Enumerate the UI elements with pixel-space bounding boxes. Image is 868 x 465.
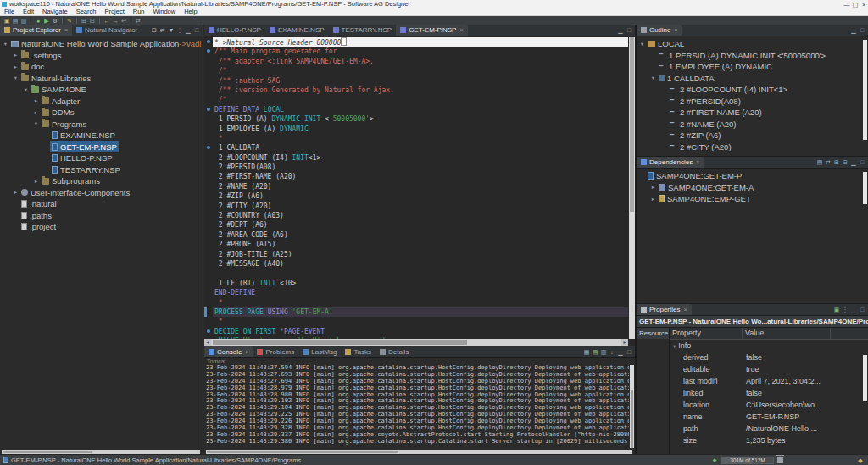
menu-file[interactable]: File — [0, 8, 19, 15]
expander-icon[interactable]: ▸ — [12, 52, 19, 58]
link-with-editor-icon[interactable]: ⇄ — [134, 17, 142, 25]
tree-item[interactable]: ▸SAMP4ONE:GET-EM-A — [637, 182, 866, 194]
code-line[interactable]: 2 #ZIP (A6) — [204, 191, 628, 201]
run-config-icon[interactable]: ⚙ — [51, 17, 59, 25]
minimize-icon[interactable]: ▁ — [184, 26, 192, 34]
tab-console[interactable]: Console× — [204, 346, 253, 357]
code-line[interactable]: DECIDE ON FIRST *PAGE-EVENT — [204, 327, 628, 336]
close-tab-icon[interactable]: × — [683, 307, 687, 313]
save-all-icon[interactable]: ▥ — [19, 17, 28, 25]
tab-properties[interactable]: Properties× — [637, 304, 692, 315]
property-row[interactable]: linkedfalse — [670, 387, 868, 399]
code-line[interactable]: /** adapter <:link SAMP4ONE/GET-EM-A>. — [204, 57, 628, 66]
tree-item[interactable]: .project — [0, 221, 201, 233]
maximize-icon[interactable]: □ — [858, 306, 866, 313]
code-line[interactable]: END-DEFINE — [204, 288, 628, 297]
menu-window[interactable]: Window — [149, 8, 181, 15]
menu-search[interactable]: Search — [72, 8, 101, 15]
tab-examine-nsp[interactable]: EXAMINE.NSP — [265, 25, 329, 36]
new-wizard-icon[interactable]: ▣ — [3, 17, 11, 25]
tab-details[interactable]: Details — [376, 346, 413, 357]
expander-icon[interactable]: ▾ — [638, 41, 646, 47]
tab-outline[interactable]: Outline× — [637, 25, 682, 36]
editor-vscrollbar[interactable] — [629, 37, 635, 339]
close-tab-icon[interactable]: × — [64, 27, 68, 33]
code-line[interactable]: * >Natural Source Header 000000 — [204, 37, 628, 47]
tree-item[interactable]: .natural — [0, 198, 201, 210]
property-row[interactable]: ▾Info — [670, 340, 868, 352]
tree-item[interactable]: ▸.settings — [0, 50, 201, 62]
code-line[interactable]: 2 #JOB-TITLE (A25) — [204, 250, 628, 259]
tree-item[interactable]: ▸SAMP4ONE:EMP-GET — [637, 193, 866, 205]
code-editor[interactable]: * >Natural Source Header 000000/** Main … — [204, 37, 628, 339]
code-line[interactable] — [204, 268, 628, 278]
property-row[interactable]: nameGET-EM-P.NSP — [670, 411, 868, 423]
debug-icon[interactable]: ● — [34, 17, 42, 25]
filter-icon[interactable]: ▼ — [167, 26, 175, 34]
view-menu-icon[interactable]: ⋮ — [841, 306, 849, 313]
tree-item[interactable]: ▸Subprograms — [0, 175, 201, 187]
scroll-lock-icon[interactable]: ↓ — [608, 348, 616, 356]
code-line[interactable]: 1 LF (B1) INIT <10> — [204, 279, 628, 288]
heap-monitor[interactable]: 301M of 512M — [721, 457, 774, 464]
property-row[interactable]: size1,235 bytes — [670, 435, 868, 446]
code-line[interactable]: /** :version Generated by Natural for Aj… — [204, 86, 628, 95]
expander-icon[interactable]: ▾ — [2, 41, 9, 47]
properties-tab-resource[interactable]: Resource — [637, 328, 669, 339]
collapse-all-icon[interactable]: ⊟ — [841, 158, 849, 166]
expander-icon[interactable]: ▾ — [22, 86, 30, 93]
minimize-icon[interactable]: ▁ — [849, 306, 858, 313]
tab-natural-navigator[interactable]: Natural Navigator — [72, 25, 142, 36]
code-line[interactable]: /** :author SAG — [204, 76, 628, 86]
menu-edit[interactable]: Edit — [19, 8, 38, 15]
close-button[interactable]: × — [860, 1, 868, 8]
tree-item[interactable]: ▾Natural-Libraries — [0, 73, 201, 85]
edit-mode-icon[interactable]: ✎ — [65, 17, 74, 25]
close-tab-icon[interactable]: × — [245, 349, 248, 355]
tree-item[interactable]: 2 #CITY (A20) — [637, 141, 866, 152]
tab-dependencies[interactable]: Dependencies× — [637, 157, 704, 168]
expander-icon[interactable]: ▸ — [32, 178, 40, 185]
tree-item[interactable]: ▸User-Interface-Components — [0, 187, 201, 199]
console-vscrollbar[interactable] — [630, 365, 634, 448]
expander-icon[interactable]: ▸ — [649, 184, 657, 191]
tree-item[interactable]: ▸Adapter — [0, 96, 201, 108]
code-line[interactable]: 2 #LOOPCOUNT (I4) INIT<1> — [204, 153, 628, 163]
expander-icon[interactable]: ▾ — [673, 343, 676, 349]
code-line[interactable]: /** Main program generated for — [204, 47, 628, 56]
code-line[interactable]: 2 #CITY (A20) — [204, 202, 628, 211]
tree-item[interactable]: HELLO-P.NSP — [0, 152, 201, 164]
maximize-icon[interactable]: □ — [625, 348, 633, 356]
property-row[interactable]: last modifiApril 7, 2021, 3:04:2... — [670, 375, 868, 387]
last-edit-icon[interactable]: ↩ — [120, 17, 128, 25]
pin-property-view-icon[interactable]: ▣ — [832, 306, 841, 313]
code-line[interactable]: DEFINE DATA LOCAL — [204, 105, 628, 114]
run-icon[interactable]: ▶ — [42, 17, 51, 25]
close-tab-icon[interactable]: × — [459, 27, 463, 33]
tree-item[interactable]: TESTARRY.NSP — [0, 164, 201, 176]
properties-vscrollbar[interactable] — [863, 355, 867, 401]
minimize-icon[interactable]: ▁ — [849, 26, 858, 34]
tree-item[interactable]: ▾NaturalONE Hello World Sample Applicati… — [0, 38, 201, 50]
tree-item[interactable]: 1 EMPLOYEE (A) DYNAMIC — [637, 61, 866, 73]
expand-icon[interactable]: ⊞ — [80, 17, 88, 25]
code-line[interactable]: * — [204, 298, 628, 307]
tree-item[interactable]: ▾LOCAL — [637, 38, 866, 50]
code-line[interactable]: 2 #DEPT (A6) — [204, 220, 628, 230]
property-row[interactable]: editabletrue — [670, 363, 868, 375]
expander-icon[interactable]: ▾ — [649, 75, 657, 81]
code-line[interactable]: 2 #AREA-CODE (A6) — [204, 230, 628, 240]
tree-item[interactable]: ▸doc — [0, 61, 201, 73]
scroll-right-icon[interactable]: ▸ — [621, 339, 628, 346]
forward-icon[interactable]: → — [111, 17, 120, 25]
tree-item[interactable]: 2 #NAME (A20) — [637, 119, 866, 130]
back-icon[interactable]: ← — [103, 17, 111, 25]
code-line[interactable]: * — [204, 317, 628, 326]
tree-item[interactable]: .paths — [0, 210, 201, 222]
tree-item[interactable]: 2 #LOOPCOUNT (I4) INIT<1> — [637, 84, 866, 96]
tab-problems[interactable]: Problems — [253, 346, 298, 357]
expander-icon[interactable]: ▸ — [12, 189, 19, 196]
maximize-button[interactable]: ▢ — [851, 1, 860, 8]
tree-item[interactable]: 2 #ZIP (A6) — [637, 130, 866, 141]
minimize-icon[interactable]: ▁ — [849, 158, 858, 166]
